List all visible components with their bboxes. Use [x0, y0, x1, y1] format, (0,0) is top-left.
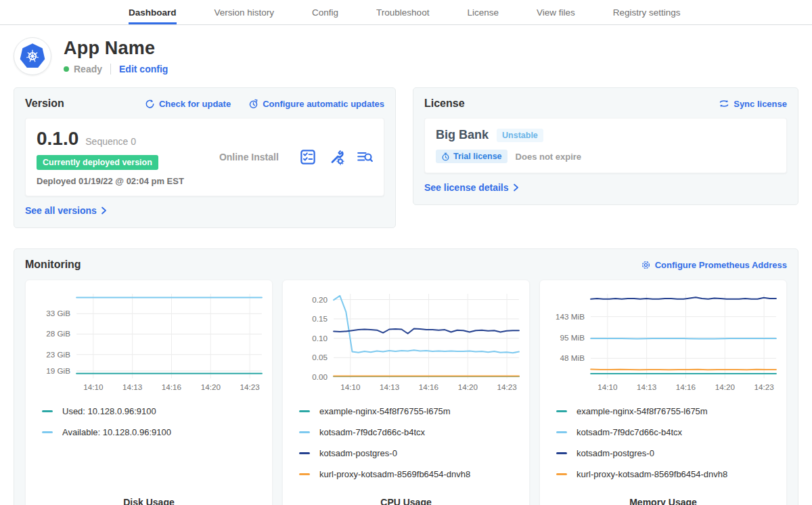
- tab-config[interactable]: Config: [312, 0, 338, 24]
- checklist-icon: [300, 149, 316, 165]
- series-label: kurl-proxy-kotsadm-8569fb6454-dnvh8: [577, 469, 727, 479]
- chevron-right-icon: [101, 206, 107, 215]
- series-label: Available: 10.128.0.96:9100: [62, 427, 171, 437]
- tab-troubleshoot[interactable]: Troubleshoot: [376, 0, 429, 24]
- see-all-versions-link[interactable]: See all versions: [25, 205, 107, 216]
- series-color-swatch: [556, 431, 567, 433]
- legend-item: kurl-proxy-kotsadm-8569fb6454-dnvh8: [556, 469, 780, 479]
- svg-text:143 MiB: 143 MiB: [556, 312, 585, 321]
- series-label: kotsadm-postgres-0: [319, 448, 397, 458]
- current-version-card: 0.1.0 Sequence 0 Currently deployed vers…: [25, 118, 384, 196]
- svg-text:14:16: 14:16: [419, 382, 438, 391]
- series-color-swatch: [299, 473, 310, 475]
- tab-dashboard[interactable]: Dashboard: [129, 0, 177, 24]
- series-label: example-nginx-54f8f76755-l675m: [319, 406, 451, 416]
- series-label: example-nginx-54f8f76755-l675m: [577, 406, 708, 416]
- series-label: Used: 10.128.0.96:9100: [62, 406, 156, 416]
- license-expiry: Does not expire: [516, 152, 582, 162]
- wrench-gear-icon: [328, 149, 344, 165]
- chart-title: Disk Usage: [32, 490, 265, 505]
- svg-text:33 GiB: 33 GiB: [46, 309, 70, 317]
- svg-text:14:13: 14:13: [380, 382, 399, 391]
- svg-text:0.10: 0.10: [312, 334, 328, 343]
- svg-text:14:16: 14:16: [162, 382, 181, 391]
- version-sequence: Sequence 0: [85, 136, 136, 147]
- auto-update-clock-icon: [248, 99, 258, 109]
- svg-text:14:20: 14:20: [201, 382, 221, 391]
- version-panel: Version Check for update Configure au: [14, 87, 396, 228]
- cpu-legend: example-nginx-54f8f76755-l675m kotsadm-7…: [299, 406, 522, 490]
- configure-prometheus-link[interactable]: Configure Prometheus Address: [641, 260, 787, 270]
- deployed-badge: Currently deployed version: [37, 155, 158, 170]
- tab-license[interactable]: License: [467, 0, 499, 24]
- view-config-button[interactable]: [328, 149, 344, 165]
- svg-text:95 MiB: 95 MiB: [560, 333, 585, 342]
- svg-text:0.05: 0.05: [312, 353, 328, 361]
- svg-text:23 GiB: 23 GiB: [46, 350, 70, 359]
- series-label: kurl-proxy-kotsadm-8569fb6454-dnvh8: [319, 469, 470, 479]
- page-title: App Name: [64, 38, 168, 59]
- divider: [110, 64, 111, 74]
- svg-text:0.20: 0.20: [312, 295, 328, 304]
- memory-legend: example-nginx-54f8f76755-l675m kotsadm-7…: [556, 406, 780, 490]
- legend-item: kotsadm-postgres-0: [556, 448, 780, 458]
- disk-usage-chart-card: 33 GiB28 GiB23 GiB19 GiB14:1014:1314:161…: [25, 280, 273, 505]
- series-color-swatch: [556, 473, 567, 475]
- series-color-swatch: [556, 452, 567, 454]
- svg-text:14:10: 14:10: [597, 382, 617, 391]
- check-for-update-link[interactable]: Check for update: [145, 99, 231, 109]
- status-text: Ready: [74, 64, 102, 74]
- svg-text:14:20: 14:20: [715, 382, 735, 391]
- svg-text:14:23: 14:23: [240, 382, 259, 391]
- memory-usage-chart: 143 MiB95 MiB48 MiB14:1014:1314:1614:201…: [547, 288, 780, 397]
- series-color-swatch: [299, 452, 310, 454]
- disk-usage-chart: 33 GiB28 GiB23 GiB19 GiB14:1014:1314:161…: [32, 288, 265, 397]
- sync-arrows-icon: [719, 99, 729, 108]
- series-color-swatch: [42, 410, 53, 412]
- edit-config-link[interactable]: Edit config: [119, 64, 168, 74]
- svg-text:0.00: 0.00: [312, 372, 328, 381]
- install-type-label: Online Install: [219, 152, 279, 162]
- monitoring-heading: Monitoring: [25, 259, 81, 271]
- svg-text:14:23: 14:23: [497, 382, 516, 391]
- status-dot: [64, 66, 69, 72]
- legend-item: kurl-proxy-kotsadm-8569fb6454-dnvh8: [299, 469, 522, 479]
- tab-registry-settings[interactable]: Registry settings: [613, 0, 681, 24]
- chevron-right-icon: [513, 183, 519, 192]
- tab-version-history[interactable]: Version history: [215, 0, 275, 24]
- logs-search-icon: [357, 149, 373, 165]
- license-type-badge: Trial license: [436, 150, 508, 163]
- svg-text:14:10: 14:10: [83, 382, 103, 391]
- memory-usage-chart-card: 143 MiB95 MiB48 MiB14:1014:1314:1614:201…: [539, 280, 787, 505]
- app-logo: [14, 37, 51, 75]
- svg-text:14:16: 14:16: [676, 382, 696, 391]
- configure-auto-updates-link[interactable]: Configure automatic updates: [248, 99, 384, 109]
- series-color-swatch: [299, 410, 310, 412]
- preflight-checks-button[interactable]: [300, 149, 316, 165]
- app-header: App Name Ready Edit config: [0, 25, 812, 85]
- svg-text:14:23: 14:23: [754, 382, 773, 391]
- legend-item: kotsadm-postgres-0: [299, 448, 522, 458]
- legend-item: Used: 10.128.0.96:9100: [42, 406, 265, 416]
- tab-view-files[interactable]: View files: [537, 0, 575, 24]
- view-deploy-logs-button[interactable]: [357, 149, 373, 165]
- deployed-timestamp: Deployed 01/19/22 @ 02:04 pm EST: [37, 176, 184, 186]
- cpu-usage-chart: 0.200.150.100.050.0014:1014:1314:1614:20…: [290, 288, 522, 397]
- series-label: kotsadm-7f9dc7d66c-b4tcx: [577, 427, 682, 437]
- see-license-details-link[interactable]: See license details: [424, 182, 519, 193]
- sync-license-link[interactable]: Sync license: [719, 99, 787, 109]
- version-heading: Version: [25, 97, 64, 110]
- chart-title: Memory Usage: [547, 490, 780, 505]
- series-color-swatch: [299, 431, 310, 433]
- series-label: kotsadm-7f9dc7d66c-b4tcx: [319, 427, 425, 437]
- svg-text:0.15: 0.15: [312, 314, 328, 323]
- series-color-swatch: [556, 410, 567, 412]
- svg-text:14:13: 14:13: [122, 382, 142, 391]
- svg-text:14:10: 14:10: [340, 382, 360, 391]
- kubernetes-icon: [19, 43, 46, 70]
- disk-legend: Used: 10.128.0.96:9100 Available: 10.128…: [42, 406, 265, 448]
- legend-item: kotsadm-7f9dc7d66c-b4tcx: [299, 427, 522, 437]
- top-nav: Dashboard Version history Config Trouble…: [0, 0, 812, 25]
- svg-text:48 MiB: 48 MiB: [560, 353, 585, 362]
- channel-badge: Unstable: [497, 129, 543, 142]
